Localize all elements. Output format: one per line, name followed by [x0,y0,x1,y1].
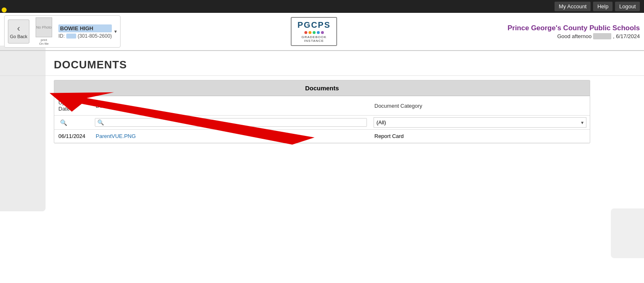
student-id: ID: (301-805-2600) [58,33,112,39]
document-header: Document [92,96,370,116]
student-photo: No Photo [36,17,52,37]
logo-pgcps-text: PGCPS [297,20,330,30]
go-back-button[interactable]: ‹ Go Back [8,19,29,44]
school-info: Prince George's County Public Schools Go… [507,24,640,39]
select-arrow-icon: ▾ [579,120,586,126]
doc-search-wrapper: 🔍 [95,118,367,127]
category-header: Document Category [370,96,590,116]
header: ‹ Go Back No Photo print On file BOWIE H… [0,13,644,51]
upload-date-header: Upload Date [54,96,92,116]
category-filter-cell: (All) Report Card Enrollment Other ▾ [370,116,590,130]
dot-green [313,31,316,34]
doc-search-input[interactable] [105,119,364,126]
documents-table: Upload Date Document Document Category 🔍… [54,96,590,143]
student-id-value [66,34,76,39]
top-bar: My Account Help Logout [0,0,644,13]
go-back-label: Go Back [10,34,27,39]
row-upload-date: 06/11/2024 [54,130,92,143]
logo-dots [297,31,330,34]
logo-subtitle2: INSTANCE [297,39,330,43]
table-header-row: Upload Date Document Document Category [54,96,590,116]
greeting-date: , 6/17/2024 [613,33,640,39]
id-prefix: ID: [58,33,65,39]
row-document: ParentVUE.PNG [92,130,370,143]
dot-blue [317,31,320,34]
no-photo-label: No Photo [36,25,52,30]
date-search-cell: 🔍 [54,116,92,130]
main-content: Documents Upload Date Document Document … [0,76,644,148]
my-account-button[interactable]: My Account [555,2,591,11]
dot-red [304,31,307,34]
back-arrow-icon: ‹ [17,24,20,33]
school-logo: PGCPS GRADEBOOK INSTANCE [291,17,337,46]
category-select-wrapper: (All) Report Card Enrollment Other ▾ [374,117,586,128]
greeting-text: Good afternoo [557,33,591,39]
documents-section-header: Documents [54,80,590,96]
documents-table-wrapper: Documents Upload Date Document Document … [54,80,590,143]
doc-search-cell: 🔍 [92,116,370,130]
greeting: Good afternoo , 6/17/2024 [507,33,640,39]
doc-search-icon: 🔍 [97,119,104,126]
search-row: 🔍 🔍 (All) Report Card E [54,116,590,130]
student-name: BOWIE HIGH [58,24,112,32]
dropdown-arrow-icon[interactable]: ▾ [114,29,117,34]
page-title-bar: DOCUMENTS [0,51,644,76]
row-category: Report Card [370,130,590,143]
student-photo-area: No Photo print On file [34,17,54,46]
logo-center: PGCPS GRADEBOOK INSTANCE [121,17,507,46]
page-title: DOCUMENTS [54,58,590,71]
category-select[interactable]: (All) Report Card Enrollment Other [374,118,579,127]
logout-button[interactable]: Logout [615,2,640,11]
date-search-icon[interactable]: 🔍 [58,119,70,127]
photo-labels: print On file [39,38,48,46]
user-name-blurred [593,33,611,39]
table-row: 06/11/2024 ParentVUE.PNG Report Card [54,130,590,143]
document-link[interactable]: ParentVUE.PNG [96,133,136,139]
yellow-indicator [2,7,7,12]
logo-subtitle1: GRADEBOOK [297,35,330,39]
student-phone: (301-805-2600) [77,33,112,39]
dot-purple [321,31,324,34]
school-name: Prince George's County Public Schools [507,24,640,32]
student-info: BOWIE HIGH ID: (301-805-2600) [58,24,112,39]
dot-orange [309,31,311,34]
student-card: ‹ Go Back No Photo print On file BOWIE H… [4,15,121,48]
help-button[interactable]: Help [593,2,613,11]
